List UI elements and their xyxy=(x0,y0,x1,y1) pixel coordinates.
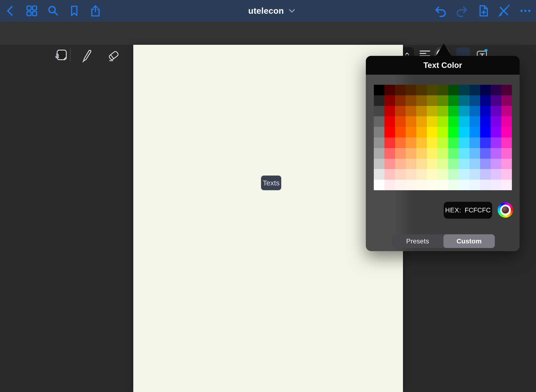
color-swatch[interactable] xyxy=(437,137,448,148)
color-swatch[interactable] xyxy=(448,148,459,159)
color-swatch[interactable] xyxy=(395,137,406,148)
color-swatch[interactable] xyxy=(437,127,448,137)
color-swatch[interactable] xyxy=(437,116,448,127)
color-swatch[interactable] xyxy=(448,169,459,180)
color-swatch[interactable] xyxy=(437,85,448,95)
color-swatch[interactable] xyxy=(459,116,469,127)
color-swatch[interactable] xyxy=(480,180,491,190)
color-swatch[interactable] xyxy=(491,95,501,106)
color-swatch[interactable] xyxy=(437,95,448,106)
color-swatch[interactable] xyxy=(469,137,480,148)
color-swatch[interactable] xyxy=(491,127,501,137)
color-swatch[interactable] xyxy=(459,180,469,190)
color-swatch[interactable] xyxy=(480,95,491,106)
color-swatch[interactable] xyxy=(374,159,384,169)
color-swatch[interactable] xyxy=(416,180,427,190)
color-swatch[interactable] xyxy=(448,85,459,95)
tab-custom[interactable]: Custom xyxy=(443,234,495,248)
color-swatch[interactable] xyxy=(501,127,512,137)
color-swatch[interactable] xyxy=(501,148,512,159)
color-swatch[interactable] xyxy=(491,159,501,169)
color-swatch[interactable] xyxy=(491,137,501,148)
color-swatch[interactable] xyxy=(374,127,384,137)
color-swatch[interactable] xyxy=(501,180,512,190)
color-swatch[interactable] xyxy=(427,148,437,159)
color-swatch[interactable] xyxy=(384,106,395,117)
color-swatch[interactable] xyxy=(374,169,384,180)
color-swatch[interactable] xyxy=(480,137,491,148)
color-swatch[interactable] xyxy=(469,106,480,117)
color-swatch[interactable] xyxy=(384,148,395,159)
color-swatch[interactable] xyxy=(395,169,406,180)
color-swatch[interactable] xyxy=(448,106,459,117)
color-swatch[interactable] xyxy=(384,127,395,137)
color-swatch[interactable] xyxy=(469,180,480,190)
color-swatch[interactable] xyxy=(427,169,437,180)
zoom-window-tool[interactable]: a xyxy=(53,47,69,63)
color-swatch[interactable] xyxy=(501,137,512,148)
color-swatch[interactable] xyxy=(448,137,459,148)
color-swatch[interactable] xyxy=(406,85,416,95)
color-swatch[interactable] xyxy=(406,106,416,117)
color-swatch[interactable] xyxy=(437,169,448,180)
color-swatch[interactable] xyxy=(374,85,384,95)
color-swatch[interactable] xyxy=(480,127,491,137)
color-swatch[interactable] xyxy=(501,116,512,127)
color-swatch[interactable] xyxy=(406,159,416,169)
color-swatch[interactable] xyxy=(395,127,406,137)
color-swatch[interactable] xyxy=(427,95,437,106)
undo-icon[interactable] xyxy=(434,4,447,18)
color-swatch[interactable] xyxy=(469,95,480,106)
color-swatch[interactable] xyxy=(374,106,384,117)
color-swatch[interactable] xyxy=(469,85,480,95)
color-swatch[interactable] xyxy=(406,148,416,159)
color-swatch[interactable] xyxy=(374,148,384,159)
color-swatch[interactable] xyxy=(491,180,501,190)
color-swatch[interactable] xyxy=(448,159,459,169)
color-swatch[interactable] xyxy=(501,106,512,117)
color-swatch[interactable] xyxy=(491,169,501,180)
color-swatch[interactable] xyxy=(480,159,491,169)
color-swatch[interactable] xyxy=(501,159,512,169)
pen-tool[interactable] xyxy=(79,47,94,63)
color-swatch[interactable] xyxy=(469,127,480,137)
color-swatch[interactable] xyxy=(480,85,491,95)
color-swatch[interactable] xyxy=(416,106,427,117)
color-swatch[interactable] xyxy=(384,116,395,127)
color-swatch[interactable] xyxy=(416,137,427,148)
color-swatch[interactable] xyxy=(459,159,469,169)
color-swatch[interactable] xyxy=(416,148,427,159)
color-swatch[interactable] xyxy=(459,106,469,117)
color-swatch[interactable] xyxy=(395,180,406,190)
color-swatch[interactable] xyxy=(406,180,416,190)
color-swatch[interactable] xyxy=(459,148,469,159)
color-swatch[interactable] xyxy=(395,95,406,106)
color-swatch[interactable] xyxy=(406,169,416,180)
redo-icon[interactable] xyxy=(455,4,469,18)
color-swatch[interactable] xyxy=(437,106,448,117)
color-swatch[interactable] xyxy=(448,180,459,190)
canvas-text-object[interactable]: Texts xyxy=(261,176,281,190)
color-swatch[interactable] xyxy=(480,106,491,117)
color-swatch[interactable] xyxy=(469,116,480,127)
color-swatch[interactable] xyxy=(427,159,437,169)
color-swatch[interactable] xyxy=(416,159,427,169)
color-swatch[interactable] xyxy=(427,127,437,137)
page-canvas[interactable] xyxy=(133,45,403,392)
color-swatch[interactable] xyxy=(448,95,459,106)
add-page-icon[interactable] xyxy=(476,4,490,18)
color-swatch[interactable] xyxy=(427,85,437,95)
color-swatch[interactable] xyxy=(395,85,406,95)
color-swatch[interactable] xyxy=(416,169,427,180)
color-swatch[interactable] xyxy=(406,116,416,127)
color-swatch[interactable] xyxy=(395,116,406,127)
color-swatch[interactable] xyxy=(437,148,448,159)
color-swatch[interactable] xyxy=(459,85,469,95)
hex-field[interactable]: HEX: FCFCFC xyxy=(444,202,492,219)
color-swatch[interactable] xyxy=(416,127,427,137)
tab-presets[interactable]: Presets xyxy=(392,234,443,248)
color-swatch[interactable] xyxy=(437,180,448,190)
color-swatch[interactable] xyxy=(395,106,406,117)
color-swatch[interactable] xyxy=(448,116,459,127)
color-swatch[interactable] xyxy=(384,85,395,95)
